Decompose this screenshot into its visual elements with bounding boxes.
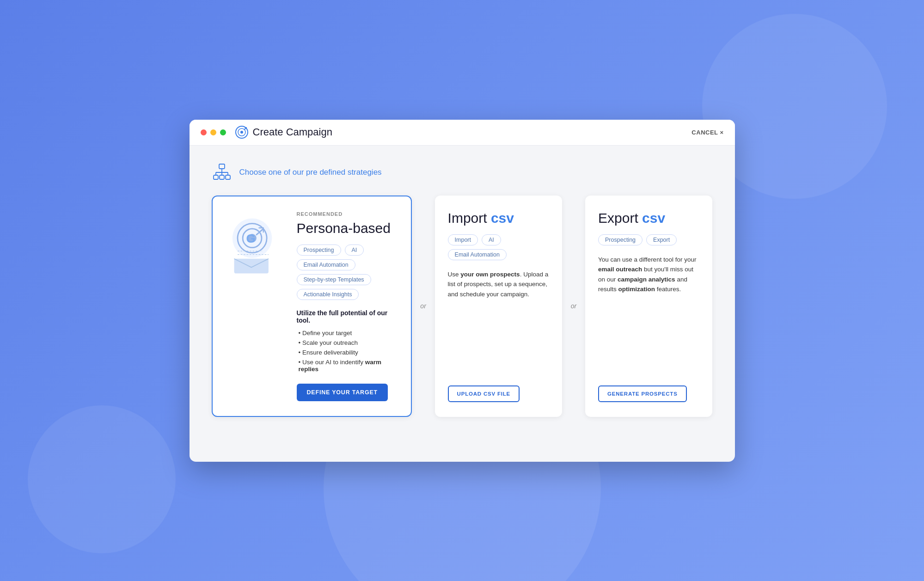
tag-ai: AI	[345, 245, 364, 256]
persona-card-title: Persona-based	[297, 220, 398, 236]
svg-rect-4	[219, 164, 225, 169]
tag-email-automation: Email Automation	[297, 259, 355, 270]
import-description: Use your own prospects. Upload a list of…	[448, 269, 549, 369]
bg-blob	[28, 405, 176, 553]
export-bold1: email outreach	[598, 266, 642, 273]
persona-bullets: Define your target Scale your outreach E…	[297, 330, 398, 373]
campaign-icon	[235, 126, 248, 139]
import-title-csv: csv	[491, 210, 514, 226]
strategy-icon	[212, 162, 232, 183]
export-card: Export csv Prospecting Export You can us…	[585, 196, 712, 417]
upload-csv-button[interactable]: UPLOAD CSV FILE	[448, 385, 520, 402]
import-card-content: Import csv Import AI Email Automation Us…	[448, 210, 549, 402]
persona-card: G RECOMMENDED Persona-ba	[212, 196, 412, 417]
cards-row: G RECOMMENDED Persona-ba	[212, 196, 713, 417]
import-cta-wrapper: UPLOAD CSV FILE	[448, 378, 549, 402]
generate-prospects-button[interactable]: GENERATE PROSPECTS	[598, 385, 687, 402]
svg-point-2	[240, 131, 243, 134]
maximize-traffic-light[interactable]	[220, 129, 226, 135]
import-card-title: Import csv	[448, 210, 549, 226]
svg-rect-7	[226, 175, 230, 179]
export-tag-export: Export	[646, 234, 677, 245]
tag-prospecting: Prospecting	[297, 245, 341, 256]
import-title-plain: Import	[448, 210, 491, 226]
export-tag-prospecting: Prospecting	[598, 234, 643, 245]
recommended-label: RECOMMENDED	[297, 211, 398, 217]
export-card-content: Export csv Prospecting Export You can us…	[598, 210, 699, 402]
export-card-title: Export csv	[598, 210, 699, 226]
import-tag-email-automation: Email Automation	[448, 249, 507, 260]
bullet-4: Use our AI to indentify warm replies	[297, 359, 398, 373]
export-title-csv: csv	[642, 210, 665, 226]
tag-step-by-step: Step-by-step Templates	[297, 274, 371, 285]
or-divider: or	[412, 196, 435, 417]
tag-actionable-insights: Actionable Insights	[297, 289, 359, 300]
svg-rect-5	[214, 175, 218, 179]
persona-desc-bold: Utilize the full potential of our tool.	[297, 309, 398, 324]
import-card: Import csv Import AI Email Automation Us…	[435, 196, 562, 417]
bullet-1: Define your target	[297, 330, 398, 336]
page-title: Create Campaign	[253, 126, 332, 138]
import-bold1: your own prospects	[460, 271, 520, 278]
export-bold3: optimization	[618, 286, 655, 293]
warm-replies-bold: warm replies	[299, 359, 382, 373]
persona-tags: Prospecting AI Email Automation Step-by-…	[297, 245, 398, 300]
import-tags: Import AI Email Automation	[448, 234, 549, 260]
minimize-traffic-light[interactable]	[210, 129, 216, 135]
strategy-header: Choose one of our pre defined strategies	[212, 162, 713, 183]
persona-card-content: RECOMMENDED Persona-based Prospecting AI…	[297, 211, 398, 401]
main-window: Create Campaign CANCEL × Choose one of o…	[190, 120, 735, 462]
main-content: Choose one of our pre defined strategies…	[190, 146, 735, 439]
export-description: You can use a different tool for your em…	[598, 255, 699, 369]
cancel-button[interactable]: CANCEL ×	[691, 129, 723, 136]
import-tag-ai: AI	[482, 234, 501, 245]
strategy-header-text: Choose one of our pre defined strategies	[239, 168, 382, 177]
traffic-lights	[201, 129, 226, 135]
title-bar-content: Create Campaign	[235, 126, 332, 139]
persona-illustration: G	[226, 211, 286, 401]
or-divider-2: or	[562, 196, 585, 417]
title-bar: Create Campaign CANCEL ×	[190, 120, 735, 146]
import-tag-import: Import	[448, 234, 478, 245]
bullet-3: Ensure deliverability	[297, 349, 398, 356]
bullet-2: Scale your outreach	[297, 339, 398, 346]
export-bold2: campaign analytics	[618, 276, 675, 283]
define-target-button[interactable]: DEFINE YOUR TARGET	[297, 384, 388, 401]
export-tags: Prospecting Export	[598, 234, 699, 245]
close-traffic-light[interactable]	[201, 129, 207, 135]
svg-rect-6	[220, 175, 224, 179]
svg-text:G: G	[246, 231, 255, 245]
export-cta-wrapper: GENERATE PROSPECTS	[598, 378, 699, 402]
export-title-plain: Export	[598, 210, 642, 226]
